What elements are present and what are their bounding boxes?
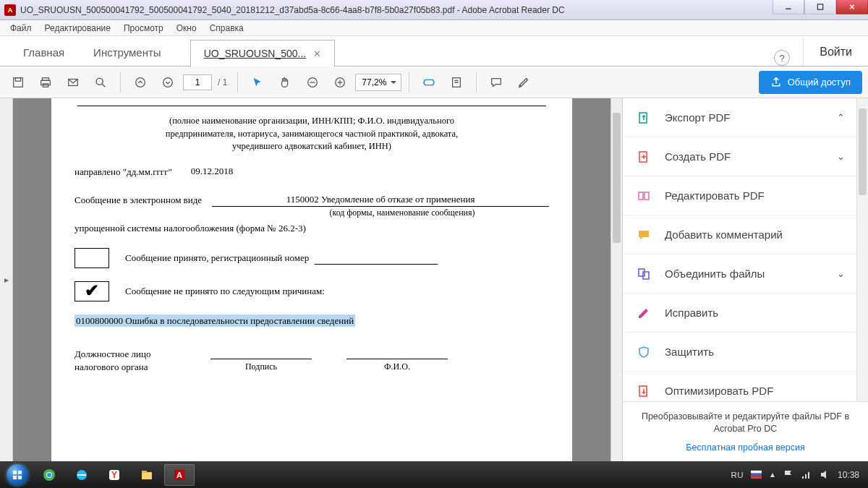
svg-rect-37	[142, 472, 152, 479]
zoom-in-icon[interactable]	[328, 70, 352, 95]
tray-language[interactable]: RU	[731, 471, 744, 479]
window-titlebar: A UO_SRUOUSN_500500041792_500500041792_5…	[0, 0, 868, 20]
toolbar: / 1 77,2% Общий доступ	[0, 67, 868, 98]
doc-header-line2: предпринимателя, нотариуса, занимающегос…	[75, 128, 549, 141]
menu-help[interactable]: Справка	[204, 22, 250, 35]
vertical-scrollbar[interactable]	[610, 98, 622, 461]
fit-page-icon[interactable]	[444, 70, 469, 95]
svg-point-12	[136, 77, 145, 87]
svg-rect-28	[18, 471, 22, 474]
system-tray[interactable]: RU ▲ 10:38	[731, 469, 865, 480]
tray-flag2-icon[interactable]	[783, 469, 794, 480]
tray-speaker-icon[interactable]	[820, 469, 830, 480]
menu-file[interactable]: Файл	[4, 22, 38, 35]
rp-item-export[interactable]: Экспорт PDF⌃	[623, 98, 856, 137]
comment-icon	[636, 227, 652, 243]
rp-item-label: Добавить комментарий	[665, 228, 783, 241]
taskbar-explorer-icon[interactable]	[132, 464, 162, 486]
svg-rect-7	[41, 80, 51, 85]
taskbar-acrobat-icon[interactable]: A	[164, 464, 195, 486]
tray-clock[interactable]: 10:38	[838, 470, 859, 480]
page-down-icon[interactable]	[156, 70, 180, 95]
right-panel-scrollbar[interactable]	[856, 98, 868, 401]
rp-item-create[interactable]: Создать PDF⌄	[623, 137, 856, 176]
help-icon[interactable]: ?	[774, 50, 790, 66]
save-icon[interactable]	[6, 70, 30, 95]
rp-item-label: Создать PDF	[665, 150, 731, 163]
print-icon[interactable]	[33, 70, 58, 95]
login-button[interactable]: Войти	[803, 38, 868, 66]
create-icon	[636, 149, 652, 165]
sign-icon[interactable]	[511, 70, 536, 95]
start-button[interactable]	[3, 463, 32, 487]
rp-item-protect[interactable]: Защитить	[623, 333, 856, 372]
trial-link[interactable]: Бесплатная пробная версия	[636, 442, 855, 453]
tray-network-icon[interactable]	[801, 469, 812, 480]
search-icon[interactable]	[88, 70, 113, 95]
checkbox-rejected: ✔	[75, 281, 109, 301]
close-button[interactable]	[836, 0, 868, 14]
checkbox-accepted	[75, 248, 109, 268]
doc-sent-label: направлено "дд.мм.гггг"	[75, 166, 172, 179]
taskbar-chrome-icon[interactable]	[34, 464, 64, 486]
tray-up-icon[interactable]: ▲	[769, 471, 776, 479]
rp-item-label: Исправить	[665, 307, 718, 319]
doc-msg-label: Сообщение в электронном виде	[75, 194, 202, 207]
minimize-button[interactable]	[773, 0, 804, 14]
zoom-out-icon[interactable]	[300, 70, 325, 95]
pdf-page: (полное наименование организации, ИНН/КП…	[51, 98, 572, 461]
svg-text:A: A	[176, 471, 182, 479]
svg-rect-23	[644, 192, 649, 200]
rp-item-optimize[interactable]: Оптимизировать PDF	[623, 372, 856, 401]
comment-icon[interactable]	[484, 70, 509, 95]
doc-header-line3: учредившего адвокатский кабинет, ИНН)	[75, 140, 549, 153]
page-number-input[interactable]	[183, 74, 212, 90]
svg-rect-26	[639, 386, 647, 396]
doc-official-1: Должностное лицо	[75, 348, 176, 361]
doc-rejected-label: Сообщение не принято по следующим причин…	[125, 285, 325, 298]
tab-home[interactable]: Главная	[9, 39, 79, 66]
tab-document[interactable]: UO_SRUOUSN_500... ✕	[190, 40, 336, 67]
menu-window[interactable]: Окно	[171, 22, 203, 35]
tab-tools[interactable]: Инструменты	[79, 39, 176, 66]
menu-view[interactable]: Просмотр	[118, 22, 169, 35]
rp-item-redact[interactable]: Исправить	[623, 294, 856, 333]
share-button[interactable]: Общий доступ	[759, 71, 862, 94]
fit-width-icon[interactable]	[417, 70, 441, 95]
taskbar-ie-icon[interactable]	[67, 464, 97, 486]
maximize-button[interactable]	[804, 0, 836, 14]
rp-item-comment[interactable]: Добавить комментарий	[623, 215, 856, 254]
left-panel-toggle[interactable]: ▸	[0, 98, 13, 461]
tray-flag-icon[interactable]	[751, 469, 762, 480]
tab-close-icon[interactable]: ✕	[313, 48, 321, 59]
menubar: Файл Редактирование Просмотр Окно Справк…	[0, 20, 868, 36]
taskbar: Y A RU ▲ 10:38	[0, 461, 868, 488]
svg-rect-4	[14, 77, 23, 87]
rp-item-edit[interactable]: Редактировать PDF	[623, 176, 856, 215]
taskbar-yandex-icon[interactable]: Y	[99, 464, 129, 486]
svg-rect-43	[751, 476, 762, 479]
right-tools-panel: Экспорт PDF⌃Создать PDF⌄Редактировать PD…	[622, 98, 868, 461]
zoom-level-select[interactable]: 77,2%	[355, 74, 401, 91]
hand-tool-icon[interactable]	[273, 70, 297, 95]
svg-rect-5	[15, 77, 20, 81]
svg-rect-22	[639, 192, 643, 200]
redact-icon	[636, 305, 652, 321]
email-icon[interactable]	[61, 70, 85, 95]
promo-text: Преобразовывайте и редактируйте файлы PD…	[636, 411, 855, 435]
app-tabs: Главная Инструменты UO_SRUOUSN_500... ✕ …	[0, 36, 868, 67]
svg-text:Y: Y	[111, 470, 117, 480]
document-viewport[interactable]: (полное наименование организации, ИНН/КП…	[13, 98, 610, 461]
doc-header-line1: (полное наименование организации, ИНН/КП…	[75, 115, 549, 128]
svg-rect-42	[751, 474, 762, 476]
select-tool-icon[interactable]	[245, 70, 270, 95]
doc-fio-caption: Ф.И.О.	[384, 361, 410, 373]
rp-item-combine[interactable]: Объединить файлы⌄	[623, 254, 856, 294]
doc-msg-code: 1150002 Уведомление об отказе от примене…	[212, 193, 549, 207]
chevron-icon: ⌃	[837, 112, 845, 123]
svg-rect-20	[639, 113, 647, 123]
svg-point-33	[47, 473, 51, 477]
menu-edit[interactable]: Редактирование	[39, 22, 116, 35]
doc-sign-caption: Подпись	[245, 361, 277, 373]
page-up-icon[interactable]	[128, 70, 153, 95]
